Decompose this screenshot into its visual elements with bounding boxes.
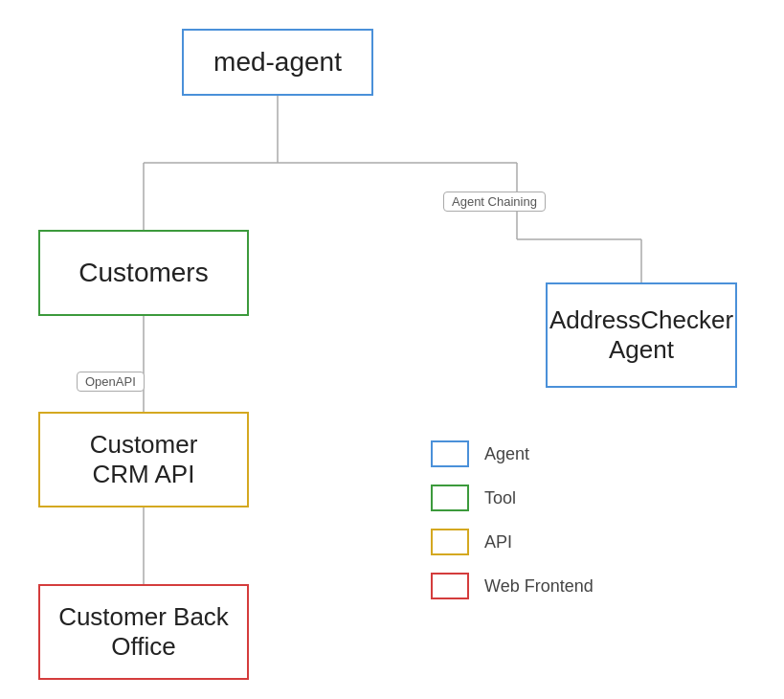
legend-box-web-frontend — [431, 573, 469, 599]
med-agent-label: med-agent — [213, 47, 342, 78]
agent-chaining-label-text: Agent Chaining — [452, 194, 537, 209]
legend-item-web-frontend: Web Frontend — [431, 573, 594, 599]
crm-api-label: CustomerCRM API — [90, 430, 198, 489]
legend-label-web-frontend: Web Frontend — [484, 576, 594, 597]
customers-label: Customers — [78, 258, 208, 288]
openapi-label-tag: OpenAPI — [77, 372, 145, 392]
diagram-container: med-agent Customers OpenAPI CustomerCRM … — [0, 0, 784, 699]
back-office-label: Customer BackOffice — [58, 602, 229, 662]
address-checker-label: AddressCheckerAgent — [549, 305, 733, 365]
legend-box-tool — [431, 485, 469, 511]
legend: Agent Tool API Web Frontend — [431, 440, 594, 599]
med-agent-node: med-agent — [182, 29, 373, 96]
back-office-node: Customer BackOffice — [38, 584, 249, 680]
address-checker-node: AddressCheckerAgent — [546, 282, 737, 388]
legend-item-api: API — [431, 529, 594, 555]
legend-label-agent: Agent — [484, 444, 529, 464]
legend-item-tool: Tool — [431, 485, 594, 511]
legend-item-agent: Agent — [431, 440, 594, 467]
legend-box-api — [431, 529, 469, 555]
customers-node: Customers — [38, 230, 249, 316]
agent-chaining-label-tag: Agent Chaining — [443, 192, 546, 212]
legend-label-api: API — [484, 532, 512, 552]
legend-label-tool: Tool — [484, 488, 516, 508]
legend-box-agent — [431, 440, 469, 467]
crm-api-node: CustomerCRM API — [38, 412, 249, 507]
openapi-label-text: OpenAPI — [85, 374, 136, 389]
